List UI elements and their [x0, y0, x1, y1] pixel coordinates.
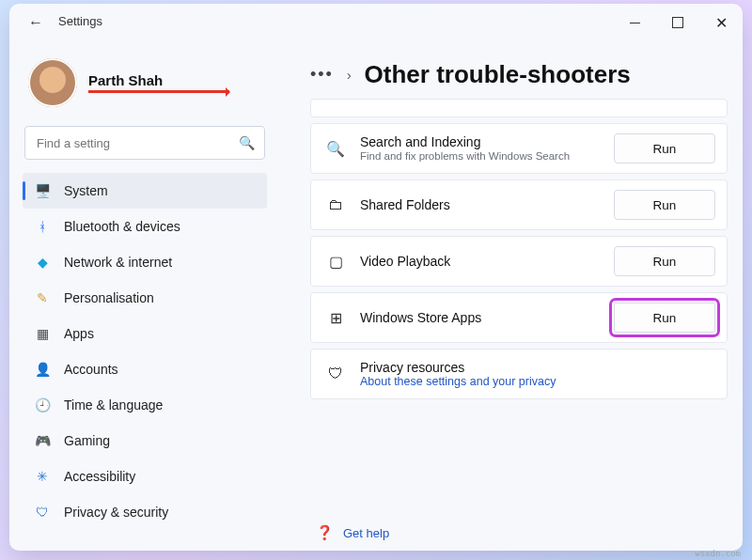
nav: 🖥️ System ᚼ Bluetooth & devices ◆ Networ…	[23, 173, 267, 551]
profile-block[interactable]: Parth Shah	[23, 49, 267, 122]
card-search-indexing: 🔍 Search and Indexing Find and fix probl…	[310, 123, 728, 174]
sidebar-item-privacy[interactable]: 🛡 Privacy & security	[23, 494, 267, 530]
title-bar: ← Settings ✕	[9, 4, 743, 41]
redaction-mark	[88, 90, 229, 93]
chevron-right-icon: ›	[347, 68, 352, 83]
card-partial-top	[310, 99, 728, 117]
get-help-label: Get help	[343, 526, 389, 540]
store-icon: ⊞	[324, 309, 347, 327]
search-icon: 🔍	[239, 135, 255, 150]
settings-window: ← Settings ✕ Parth Shah 🔍	[9, 4, 743, 551]
sidebar-item-gaming[interactable]: 🎮 Gaming	[23, 423, 267, 459]
card-title: Video Playback	[360, 254, 601, 269]
close-button[interactable]: ✕	[699, 4, 743, 41]
card-title: Shared Folders	[360, 197, 601, 212]
breadcrumb: ••• › Other trouble-shooters	[310, 45, 733, 99]
folder-share-icon: 🗀	[324, 196, 347, 213]
sidebar-item-accessibility[interactable]: ✳ Accessibility	[23, 459, 267, 494]
profile-text: Parth Shah	[88, 72, 229, 93]
avatar	[28, 58, 77, 107]
run-button[interactable]: Run	[614, 246, 715, 276]
sidebar-item-apps[interactable]: ▦ Apps	[23, 316, 267, 351]
sidebar-item-personalisation[interactable]: ✎ Personalisation	[23, 280, 267, 316]
window-body: Parth Shah 🔍 🖥️ System ᚼ Bluetoo	[9, 41, 743, 551]
card-privacy-resources: 🛡 Privacy resources About these settings…	[310, 349, 728, 399]
sidebar-item-network[interactable]: ◆ Network & internet	[23, 244, 267, 280]
apps-icon: ▦	[34, 326, 51, 341]
sidebar-item-accounts[interactable]: 👤 Accounts	[23, 351, 267, 387]
card-title: Windows Store Apps	[360, 310, 601, 325]
card-video-playback: ▢ Video Playback Run	[310, 236, 728, 287]
minimize-button[interactable]	[613, 4, 656, 41]
sidebar-item-system[interactable]: 🖥️ System	[23, 173, 267, 209]
gamepad-icon: 🎮	[34, 433, 51, 448]
sidebar-item-label: Time & language	[64, 397, 163, 412]
search-box[interactable]: 🔍	[24, 126, 265, 160]
shield-icon: 🛡	[34, 505, 51, 520]
sidebar-item-label: Accessibility	[64, 469, 135, 484]
search-input[interactable]	[35, 135, 239, 151]
bluetooth-icon: ᚼ	[34, 219, 51, 234]
sidebar-item-label: Bluetooth & devices	[64, 219, 180, 234]
wifi-icon: ◆	[34, 255, 51, 270]
shield-icon: 🛡	[324, 366, 347, 382]
card-title: Search and Indexing	[360, 134, 601, 149]
sidebar-item-label: System	[64, 183, 108, 198]
run-button[interactable]: Run	[614, 133, 715, 163]
page-title: Other trouble-shooters	[365, 60, 631, 89]
run-button[interactable]: Run	[614, 303, 715, 333]
maximize-button[interactable]	[656, 4, 699, 41]
sidebar-item-label: Personalisation	[64, 290, 154, 305]
profile-name: Parth Shah	[88, 72, 229, 88]
clock-icon: 🕘	[34, 397, 51, 412]
sidebar-item-label: Accounts	[64, 362, 118, 377]
main-panel: ••• › Other trouble-shooters 🔍 Search an…	[280, 41, 743, 551]
watermark: wsxdn.com	[695, 549, 741, 558]
sidebar-item-bluetooth[interactable]: ᚼ Bluetooth & devices	[23, 209, 267, 244]
more-icon[interactable]: •••	[310, 65, 334, 85]
back-button[interactable]: ←	[26, 13, 45, 32]
help-icon: ❓	[316, 524, 334, 541]
video-icon: ▢	[324, 253, 347, 271]
accessibility-icon: ✳	[34, 469, 51, 484]
run-button[interactable]: Run	[614, 190, 715, 220]
sidebar-item-label: Apps	[64, 326, 94, 341]
card-windows-store-apps: ⊞ Windows Store Apps Run	[310, 292, 728, 343]
sidebar-item-time-language[interactable]: 🕘 Time & language	[23, 387, 267, 423]
get-help-link[interactable]: ❓ Get help	[310, 511, 733, 541]
sidebar-item-label: Network & internet	[64, 255, 172, 270]
search-icon: 🔍	[324, 140, 347, 158]
troubleshooter-list: 🔍 Search and Indexing Find and fix probl…	[310, 99, 733, 511]
card-title: Privacy resources	[360, 360, 715, 375]
app-title: Settings	[58, 14, 102, 28]
system-icon: 🖥️	[34, 183, 51, 198]
brush-icon: ✎	[34, 290, 51, 305]
sidebar-item-label: Privacy & security	[64, 505, 168, 520]
card-shared-folders: 🗀 Shared Folders Run	[310, 179, 728, 230]
person-icon: 👤	[34, 362, 51, 377]
card-desc: Find and fix problems with Windows Searc…	[360, 149, 601, 163]
privacy-link[interactable]: About these settings and your privacy	[360, 375, 715, 388]
sidebar: Parth Shah 🔍 🖥️ System ᚼ Bluetoo	[9, 41, 280, 551]
sidebar-item-label: Gaming	[64, 433, 110, 448]
